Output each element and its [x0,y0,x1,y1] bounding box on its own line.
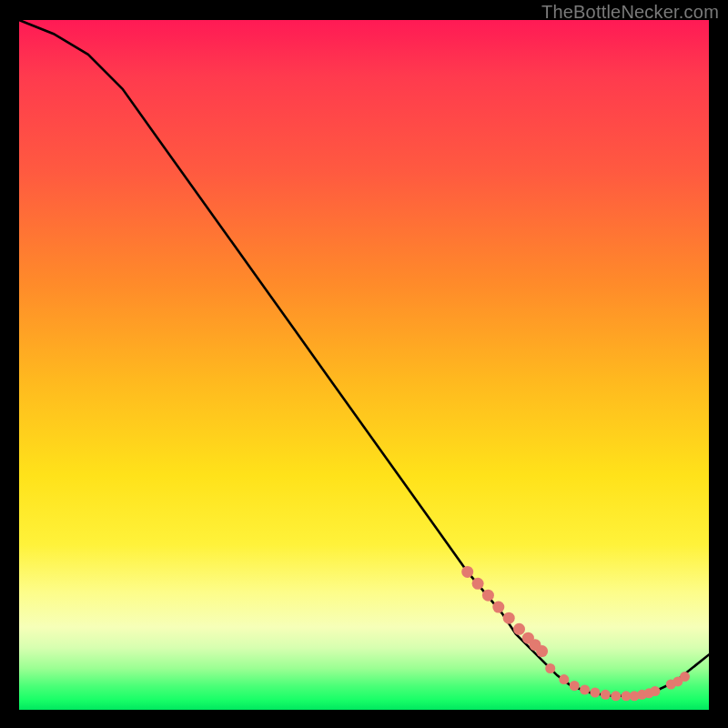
marker-cluster-1 [461,566,548,657]
data-point [590,688,600,698]
data-point [601,690,611,700]
data-point [559,674,569,684]
data-point [580,685,590,695]
data-point [492,602,504,613]
bottleneck-curve [19,20,709,696]
chart-frame: TheBottleNecker.com [0,0,728,728]
data-point [611,691,621,701]
data-point [503,612,515,624]
data-point [482,590,494,602]
data-point [513,623,525,635]
data-point [545,663,555,673]
plot-area [19,20,709,710]
marker-cluster-3 [666,672,690,689]
data-point [536,645,548,657]
data-point [461,566,473,578]
attribution-text: TheBottleNecker.com [541,2,719,23]
data-point [650,686,660,696]
data-point [472,578,484,590]
data-point [680,672,690,682]
curve-layer [19,20,709,710]
data-point [570,681,580,691]
marker-cluster-2 [545,663,660,701]
